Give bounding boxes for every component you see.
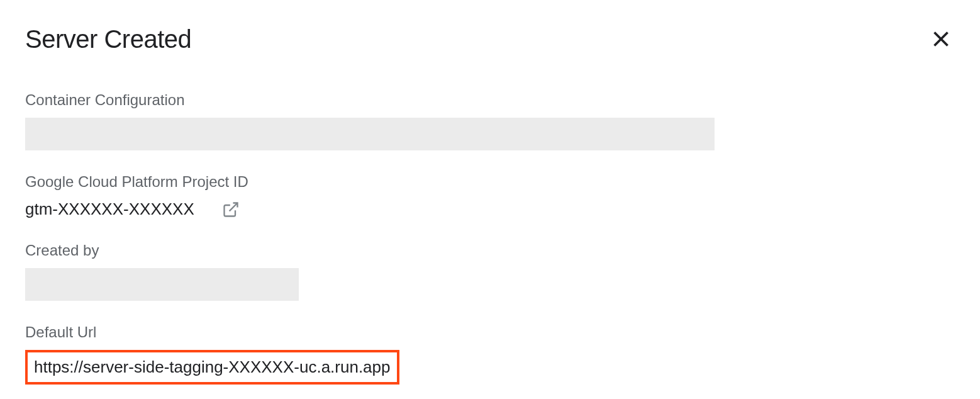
created-by-section: Created by (25, 242, 955, 301)
external-link-icon[interactable] (222, 201, 240, 218)
default-url-label: Default Url (25, 323, 955, 341)
dialog-title: Server Created (25, 25, 191, 53)
close-icon (930, 28, 952, 50)
container-config-label: Container Configuration (25, 91, 955, 109)
svg-line-2 (229, 203, 237, 211)
default-url-section: Default Url https://server-side-tagging-… (25, 323, 955, 385)
default-url-value: https://server-side-tagging-XXXXXX-uc.a.… (25, 350, 399, 385)
container-config-section: Container Configuration (25, 91, 955, 150)
project-id-label: Google Cloud Platform Project ID (25, 173, 955, 191)
close-button[interactable] (927, 25, 955, 53)
container-config-value-redacted (25, 118, 715, 150)
project-id-value: gtm-XXXXXX-XXXXXX (25, 200, 194, 219)
project-id-section: Google Cloud Platform Project ID gtm-XXX… (25, 173, 955, 219)
created-by-value-redacted (25, 268, 299, 301)
created-by-label: Created by (25, 242, 955, 259)
